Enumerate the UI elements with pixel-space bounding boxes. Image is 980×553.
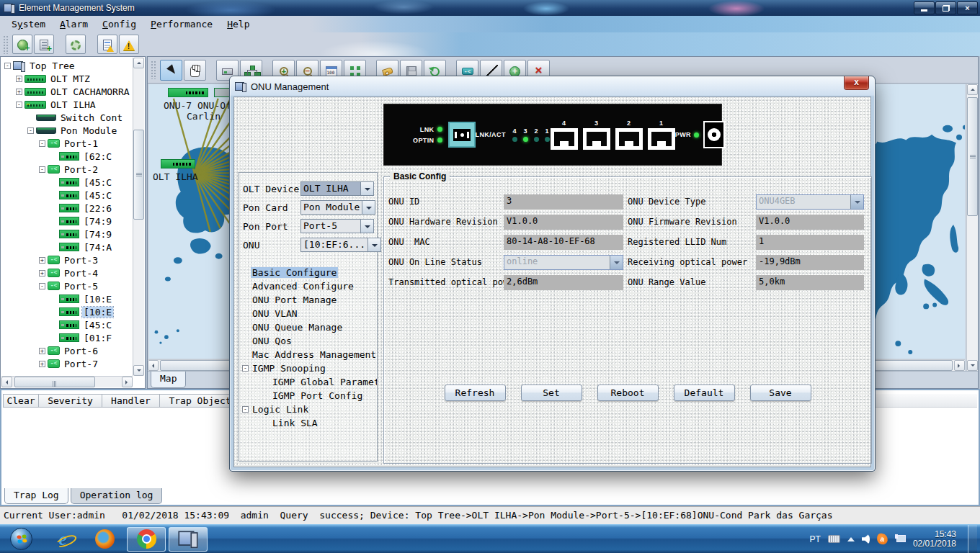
tree-item-pon-module[interactable]: -Pon Module (1, 124, 133, 137)
nav-item-onu-qos[interactable]: ONU Qos (239, 334, 377, 348)
menu-config[interactable]: Config (95, 17, 143, 31)
tree-item-22-6[interactable]: [22:6 (1, 202, 133, 215)
clock[interactable]: 15:43 02/01/2018 (913, 530, 956, 549)
selector-combo-olt-device[interactable]: OLT ILHA (300, 181, 374, 196)
config-refresh-button[interactable] (66, 35, 86, 54)
nav-item-onu-vlan[interactable]: ONU VLAN (239, 307, 377, 320)
nav-item-onu-port-manage[interactable]: ONU Port Manage (239, 293, 377, 307)
menu-system[interactable]: System (4, 17, 53, 31)
expand-toggle[interactable]: + (39, 361, 45, 367)
scroll-left-arrow[interactable] (1, 377, 12, 387)
tree-item-port-7[interactable]: +Port-7 (1, 357, 133, 370)
selector-combo-onu[interactable]: [10:EF:6... (300, 238, 381, 252)
scroll-up-arrow[interactable] (133, 58, 144, 68)
default-button[interactable]: Default (674, 385, 735, 401)
minimize-button[interactable] (914, 1, 935, 14)
tree-item-port-1[interactable]: -Port-1 (1, 137, 133, 150)
collapse-toggle[interactable]: - (39, 140, 45, 147)
menu-performance[interactable]: Performance (143, 17, 220, 31)
chevron-down-icon[interactable] (360, 220, 373, 233)
start-button[interactable] (1, 527, 40, 552)
tree-item-olt-ilha[interactable]: -OLT ILHA (1, 98, 133, 111)
tree-item-port-6[interactable]: +Port-6 (1, 344, 133, 357)
antivirus-icon[interactable]: a (876, 533, 888, 545)
tree-horizontal-scrollbar[interactable] (1, 376, 133, 387)
tree-item-74-a[interactable]: [74:A (1, 240, 133, 253)
expand-toggle[interactable]: + (39, 348, 45, 354)
dialog-titlebar[interactable]: ONU Management x (230, 76, 875, 96)
toolbar-grip[interactable] (3, 35, 9, 54)
reboot-button[interactable]: Reboot (597, 385, 659, 401)
collapse-toggle[interactable]: - (39, 166, 45, 173)
chevron-down-icon[interactable] (360, 182, 373, 195)
select-button[interactable] (160, 60, 182, 81)
scroll-thumb[interactable] (133, 130, 144, 220)
map-olt-node[interactable] (161, 159, 195, 168)
chevron-down-icon[interactable] (368, 238, 380, 251)
scroll-thumb[interactable] (967, 97, 978, 216)
tree-item-45-c[interactable]: [45:C (1, 318, 133, 331)
keyboard-icon[interactable] (828, 535, 840, 543)
topology-add-button[interactable] (12, 35, 32, 54)
hidden-icons-arrow[interactable] (847, 537, 855, 541)
nav-item-logic-link[interactable]: -Logic Link (239, 403, 377, 416)
dialog-close-button[interactable]: x (844, 76, 869, 90)
tree-item-olt-mtz[interactable]: +OLT MTZ (1, 72, 133, 85)
scroll-left-arrow[interactable] (148, 360, 159, 371)
nav-item-link-sla[interactable]: Link SLA (239, 416, 377, 430)
menu-help[interactable]: Help (220, 17, 257, 31)
nav-item-igmp-snooping[interactable]: -IGMP Snooping (239, 361, 377, 375)
tree-item-olt-cachamorra[interactable]: +OLT CACHAMORRA (1, 85, 133, 98)
nav-item-basic-configure[interactable]: Basic Configure (239, 266, 377, 279)
collapse-toggle[interactable]: - (242, 406, 249, 413)
tab-map[interactable]: Map (151, 372, 186, 388)
device-add-button[interactable] (34, 35, 54, 54)
tab-trap-log[interactable]: Trap Log (4, 488, 68, 504)
collapse-toggle[interactable]: - (242, 365, 249, 372)
tree-item-port-4[interactable]: +Port-4 (1, 266, 133, 279)
expand-toggle[interactable]: + (39, 257, 45, 264)
column-header-clear[interactable]: Clear (3, 394, 39, 408)
tree-item-10-e[interactable]: [10:E (1, 305, 133, 318)
collapse-toggle[interactable]: - (16, 102, 22, 108)
pan-button[interactable] (184, 60, 206, 81)
taskbar-ems-app[interactable] (169, 527, 208, 552)
scroll-up-arrow[interactable] (967, 84, 978, 95)
refresh-button[interactable]: Refresh (445, 385, 506, 401)
nav-item-advanced-configure[interactable]: Advanced Configure (239, 279, 377, 293)
show-desktop-button[interactable] (968, 525, 977, 553)
alarm-report-button[interactable] (97, 35, 117, 54)
expand-toggle[interactable]: + (16, 76, 22, 82)
scroll-right-arrow[interactable] (954, 360, 965, 371)
alarm-current-button[interactable] (119, 35, 139, 54)
tree-item-top-tree[interactable]: -Top Tree (1, 59, 133, 72)
set-button[interactable]: Set (521, 385, 582, 401)
close-button[interactable]: × (957, 1, 978, 14)
taskbar-internet-explorer[interactable]: e (43, 527, 82, 552)
nav-item-igmp-global-parameter[interactable]: IGMP Global Parameter (239, 375, 377, 389)
save-button[interactable]: Save (750, 385, 811, 401)
scroll-thumb[interactable] (14, 377, 95, 387)
tree-vertical-scrollbar[interactable] (133, 58, 144, 376)
toolbar-grip[interactable] (151, 60, 157, 79)
menu-alarm[interactable]: Alarm (53, 17, 95, 31)
column-header-handler[interactable]: Handler (102, 394, 160, 408)
taskbar-chrome[interactable] (127, 527, 166, 552)
tree-item-01-f[interactable]: [01:F (1, 331, 133, 344)
tree-item-switch-cont[interactable]: Switch Cont (1, 111, 133, 124)
tree-item-74-9[interactable]: [74:9 (1, 215, 133, 228)
restore-button[interactable] (935, 1, 956, 14)
network-icon[interactable] (895, 534, 906, 544)
tree-item-port-2[interactable]: -Port-2 (1, 163, 133, 176)
expand-toggle[interactable]: + (39, 270, 45, 276)
map-onu-node[interactable] (168, 88, 208, 97)
volume-icon[interactable] (862, 534, 870, 544)
selector-combo-pon-card[interactable]: Pon Module (300, 200, 375, 215)
taskbar-firefox[interactable] (85, 527, 124, 552)
scroll-right-arrow[interactable] (122, 377, 133, 387)
tree-item-10-e[interactable]: [10:E (1, 292, 133, 305)
tree-item-45-c[interactable]: [45:C (1, 176, 133, 189)
map-vertical-scrollbar[interactable] (966, 84, 978, 371)
collapse-toggle[interactable]: - (4, 63, 11, 69)
collapse-toggle[interactable]: - (27, 127, 34, 134)
